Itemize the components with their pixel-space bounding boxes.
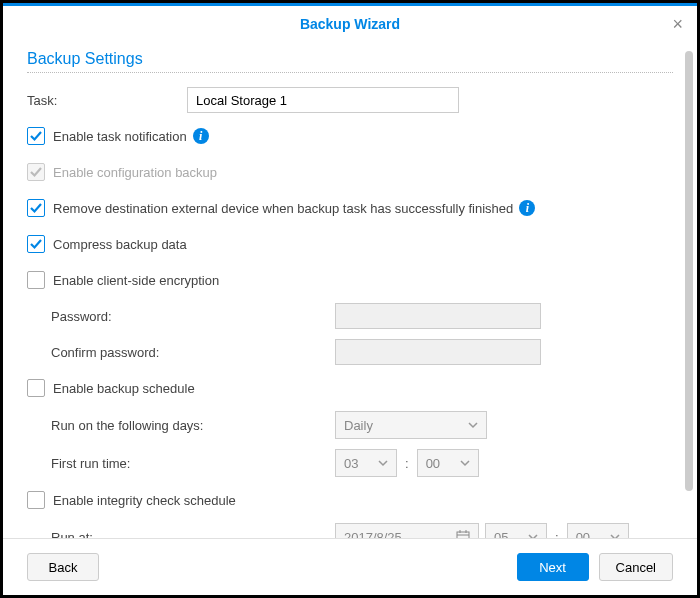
encryption-checkbox[interactable] (27, 271, 45, 289)
cancel-button[interactable]: Cancel (599, 553, 673, 581)
next-button[interactable]: Next (517, 553, 589, 581)
integrity-label: Enable integrity check schedule (53, 493, 236, 508)
backup-wizard-window: Backup Wizard × Backup Settings Task: En… (0, 0, 700, 598)
schedule-label: Enable backup schedule (53, 381, 195, 396)
notification-label: Enable task notification (53, 129, 187, 144)
date-value: 2017/8/25 (344, 530, 402, 539)
schedule-checkbox[interactable] (27, 379, 45, 397)
confirm-password-row: Confirm password: (27, 339, 673, 365)
integrity-minute-select[interactable]: 00 (567, 523, 629, 538)
first-run-row: First run time: 03 : 00 (27, 449, 673, 477)
remove-external-checkbox[interactable] (27, 199, 45, 217)
schedule-row: Enable backup schedule (27, 375, 673, 401)
info-icon[interactable]: i (519, 200, 535, 216)
time-colon: : (405, 456, 409, 471)
encryption-label: Enable client-side encryption (53, 273, 219, 288)
compress-row: Compress backup data (27, 231, 673, 257)
notification-row: Enable task notification i (27, 123, 673, 149)
integrity-checkbox[interactable] (27, 491, 45, 509)
remove-external-row: Remove destination external device when … (27, 195, 673, 221)
days-value: Daily (344, 418, 373, 433)
config-backup-label: Enable configuration backup (53, 165, 217, 180)
task-input[interactable] (187, 87, 459, 113)
integrity-hour-select[interactable]: 05 (485, 523, 547, 538)
password-input (335, 303, 541, 329)
hour-select: 03 (335, 449, 397, 477)
config-backup-row: Enable configuration backup (27, 159, 673, 185)
section-title: Backup Settings (27, 50, 673, 68)
notification-checkbox[interactable] (27, 127, 45, 145)
config-backup-checkbox (27, 163, 45, 181)
integrity-row: Enable integrity check schedule (27, 487, 673, 513)
chevron-down-icon (468, 418, 478, 433)
days-row: Run on the following days: Daily (27, 411, 673, 439)
run-at-row: Run at: 2017/8/25 05 : 00 (27, 523, 673, 538)
password-label: Password: (51, 309, 335, 324)
integrity-hour-value: 05 (494, 530, 508, 539)
calendar-icon (456, 530, 470, 538)
password-row: Password: (27, 303, 673, 329)
content-area: Backup Settings Task: Enable task notifi… (3, 42, 697, 538)
integrity-minute-value: 00 (576, 530, 590, 539)
titlebar: Backup Wizard × (3, 6, 697, 42)
days-select: Daily (335, 411, 487, 439)
remove-external-label: Remove destination external device when … (53, 201, 513, 216)
confirm-password-label: Confirm password: (51, 345, 335, 360)
compress-label: Compress backup data (53, 237, 187, 252)
close-icon[interactable]: × (672, 14, 683, 35)
run-at-label: Run at: (51, 530, 335, 539)
footer: Back Next Cancel (3, 538, 697, 595)
chevron-down-icon (460, 456, 470, 471)
minute-select: 00 (417, 449, 479, 477)
days-label: Run on the following days: (51, 418, 335, 433)
hour-value: 03 (344, 456, 358, 471)
time-colon: : (555, 530, 559, 539)
task-row: Task: (27, 87, 673, 113)
compress-checkbox[interactable] (27, 235, 45, 253)
confirm-password-input (335, 339, 541, 365)
chevron-down-icon (528, 530, 538, 539)
window-title: Backup Wizard (300, 16, 400, 32)
first-run-label: First run time: (51, 456, 335, 471)
task-label: Task: (27, 93, 187, 108)
back-button[interactable]: Back (27, 553, 99, 581)
minute-value: 00 (426, 456, 440, 471)
footer-right: Next Cancel (517, 553, 673, 581)
info-icon[interactable]: i (193, 128, 209, 144)
divider (27, 72, 673, 73)
encryption-row: Enable client-side encryption (27, 267, 673, 293)
chevron-down-icon (378, 456, 388, 471)
date-select[interactable]: 2017/8/25 (335, 523, 479, 538)
chevron-down-icon (610, 530, 620, 539)
